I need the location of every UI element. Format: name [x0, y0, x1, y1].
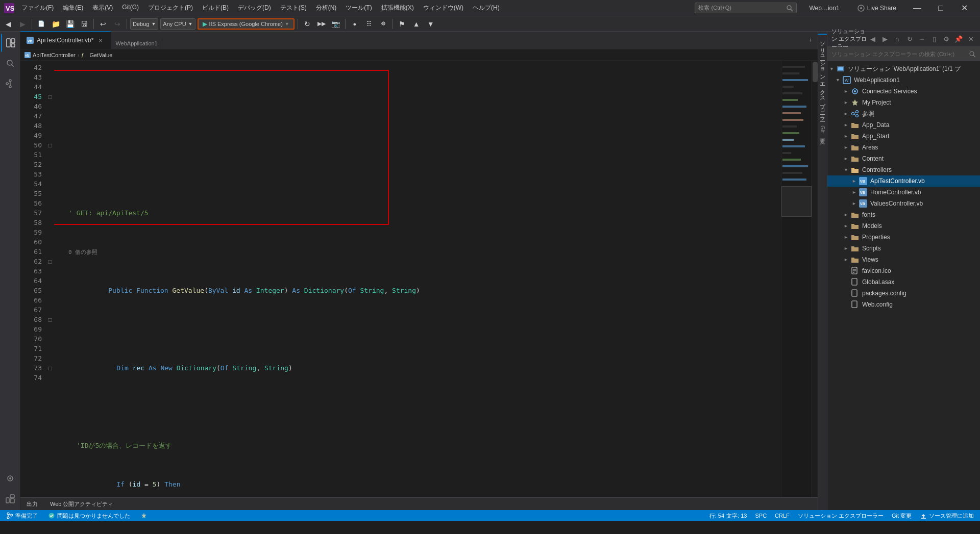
toolbar-next-bookmark[interactable]: ▼	[425, 18, 437, 30]
sol-close-button[interactable]: ✕	[966, 34, 976, 44]
tree-app-data[interactable]: ► App_Data	[827, 119, 980, 131]
tree-web-config[interactable]: Web.config	[827, 299, 980, 310]
menu-build[interactable]: ビルド(B)	[198, 2, 233, 14]
status-source-control[interactable]: ソース管理に追加	[918, 512, 976, 520]
collapse-putvalue[interactable]: □	[46, 315, 54, 324]
tree-app-start[interactable]: ► App_Start	[827, 131, 980, 142]
tree-controllers[interactable]: ▼ Controllers	[827, 164, 980, 175]
tree-global-asax[interactable]: Global.asax	[827, 276, 980, 288]
tree-packages-config[interactable]: packages.config	[827, 288, 980, 299]
tree-areas[interactable]: ► Areas	[827, 142, 980, 153]
platform-dropdown[interactable]: Any CPU ▼	[160, 18, 195, 30]
menu-extensions[interactable]: 拡張機能(X)	[377, 2, 418, 14]
scrollbar-thumb[interactable]	[813, 62, 818, 82]
output-tab[interactable]: 出力	[24, 498, 40, 510]
tree-favicon[interactable]: favicon.ico	[827, 265, 980, 276]
breadcrumb-method[interactable]: GetValue	[89, 52, 112, 58]
toolbar-code-view-button[interactable]: ☷	[363, 18, 375, 30]
status-branch[interactable]: 準備完了	[4, 512, 40, 520]
activity-extensions-icon[interactable]	[1, 490, 19, 508]
tree-models[interactable]: ► Models	[827, 220, 980, 232]
minimap[interactable]	[781, 61, 812, 497]
activity-search-icon[interactable]	[1, 54, 19, 72]
status-encoding[interactable]: CRLF	[773, 512, 792, 520]
sol-icon-collapse[interactable]: ▯	[929, 34, 939, 44]
tree-properties[interactable]: ► Properties	[827, 232, 980, 243]
sol-icon-pin[interactable]: 📌	[953, 34, 964, 44]
toolbar-prev-bookmark[interactable]: ▲	[410, 18, 423, 30]
status-errors[interactable]: 問題は見つかりませんでした	[46, 512, 132, 520]
solution-explorer-toggle[interactable]: ソリューション エクスプローラー	[818, 34, 827, 121]
activity-explorer-icon[interactable]	[1, 34, 19, 52]
menu-view[interactable]: 表示(V)	[88, 2, 117, 14]
menu-test[interactable]: テスト(S)	[276, 2, 311, 14]
toolbar-designer-button[interactable]: ☸	[377, 18, 389, 30]
toolbar-redo-button[interactable]: ↪	[111, 18, 124, 30]
close-button[interactable]: ✕	[952, 0, 976, 16]
menu-window[interactable]: ウィンドウ(W)	[419, 2, 468, 14]
breadcrumb-controller[interactable]: ApiTestController	[33, 52, 76, 58]
sol-icon-sync[interactable]: →	[917, 34, 927, 44]
toolbar-open-button[interactable]: 📁	[50, 18, 62, 30]
status-git-changes[interactable]: Git 変更	[890, 512, 914, 520]
toolbar-forward-button[interactable]: ▶	[16, 18, 29, 30]
toolbar-camera-button[interactable]: 📷	[330, 18, 342, 30]
sol-icon-forward[interactable]: ▶	[880, 34, 890, 44]
toolbar-save-button[interactable]: 💾	[64, 18, 76, 30]
tree-scripts[interactable]: ► Scripts	[827, 243, 980, 254]
toolbar-save-all-button[interactable]: 🖫	[78, 18, 90, 30]
tab-apitestcontroller[interactable]: vb ApiTestController.vb* ✕	[20, 31, 111, 49]
tree-values-controller[interactable]: ► VB ValuesController.vb	[827, 198, 980, 209]
activity-git-icon[interactable]	[1, 74, 19, 93]
status-space[interactable]: SPC	[753, 512, 769, 520]
add-tab-button[interactable]: +	[803, 31, 818, 49]
tab-webapplication1[interactable]: WebApplication1	[111, 38, 162, 49]
tree-solution-root[interactable]: ▼ ソリューション 'WebApplication1' (1/1 プ	[827, 63, 980, 74]
sol-icon-settings[interactable]: ⚙	[941, 34, 951, 44]
web-publish-tab[interactable]: Web 公開アクティビティ	[48, 498, 115, 510]
toolbar-undo-button[interactable]: ↩	[97, 18, 109, 30]
live-share-button[interactable]: Live Share	[852, 2, 901, 14]
maximize-button[interactable]: □	[929, 0, 952, 16]
collapse-postvalue[interactable]: □	[46, 257, 54, 266]
menu-git[interactable]: Git(G)	[118, 2, 143, 14]
status-line-col[interactable]: 行: 54 文字: 13	[707, 512, 749, 520]
minimize-button[interactable]: —	[905, 0, 929, 16]
git-changes-toggle[interactable]: Git 変更	[818, 122, 827, 137]
menu-help[interactable]: ヘルプ(H)	[469, 2, 504, 14]
sol-icon-back[interactable]: ◀	[868, 34, 878, 44]
tree-api-controller[interactable]: ► VB ApiTestController.vb	[827, 175, 980, 187]
activity-debug-icon[interactable]	[1, 469, 19, 488]
menu-file[interactable]: ファイル(F)	[17, 2, 58, 14]
collapse-getvalue[interactable]: □	[46, 92, 54, 101]
toolbar-debug-btn1[interactable]: ▶▶	[315, 18, 328, 30]
tree-home-controller[interactable]: ► VB HomeController.vb	[827, 187, 980, 198]
tree-connected-services[interactable]: ► Connected Services	[827, 86, 980, 97]
sol-icon-home[interactable]: ⌂	[892, 34, 902, 44]
collapse-if[interactable]: □	[46, 140, 54, 150]
menu-project[interactable]: プロジェクト(P)	[144, 2, 197, 14]
status-warnings[interactable]	[138, 512, 150, 519]
vertical-scrollbar[interactable]	[812, 61, 818, 497]
menu-edit[interactable]: 編集(E)	[59, 2, 87, 14]
menu-analyze[interactable]: 分析(N)	[312, 2, 341, 14]
tab-close-button[interactable]: ✕	[96, 36, 105, 44]
sol-icon-refresh[interactable]: ↻	[904, 34, 915, 44]
menu-tools[interactable]: ツール(T)	[341, 2, 376, 14]
debug-mode-dropdown[interactable]: Debug ▼	[130, 18, 158, 30]
code-content[interactable]: ' GET: api/ApiTest/5 0 個の参照 Public Funct…	[54, 61, 781, 497]
run-button[interactable]: ▶ IIS Express (Google Chrome) ▼	[198, 18, 295, 30]
tree-views[interactable]: ► Views	[827, 254, 980, 265]
tree-my-project[interactable]: ► My Project	[827, 97, 980, 108]
toolbar-bookmark-button[interactable]: ⚑	[396, 18, 408, 30]
menu-debug[interactable]: デバッグ(D)	[234, 2, 275, 14]
solution-search-input[interactable]	[831, 51, 966, 57]
global-search-box[interactable]: 検索 (Ctrl+Q)	[695, 3, 797, 13]
tree-content[interactable]: ► Content	[827, 153, 980, 164]
tree-fonts[interactable]: ► fonts	[827, 209, 980, 220]
tree-project[interactable]: ▼ W WebApplication1	[827, 74, 980, 86]
collapse-deletevalue[interactable]: □	[46, 363, 54, 373]
toolbar-refresh-button[interactable]: ↻	[301, 18, 313, 30]
tree-references[interactable]: ► 参照	[827, 108, 980, 119]
toolbar-new-project-button[interactable]: 📄	[35, 18, 47, 30]
